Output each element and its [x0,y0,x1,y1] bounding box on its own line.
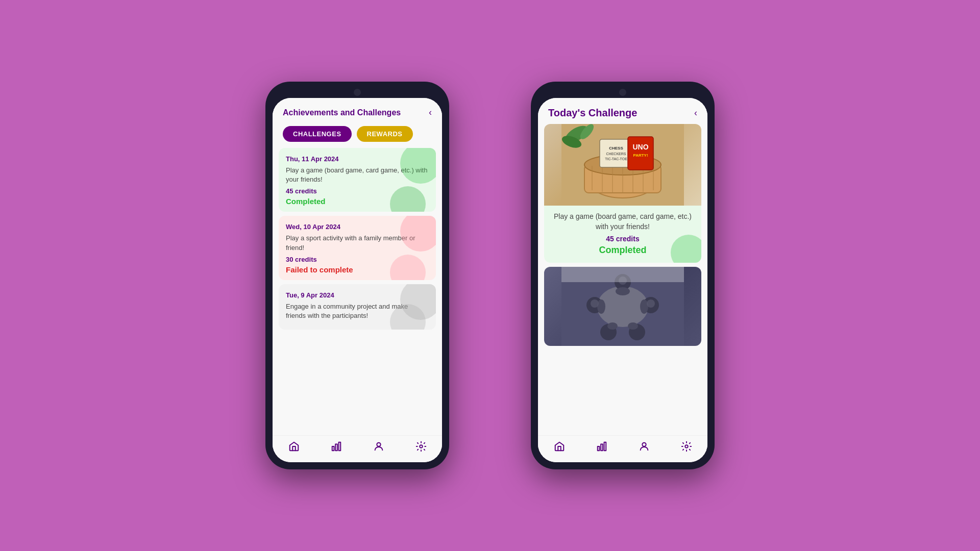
left-screen-inner: Achievements and Challenges ‹ CHALLENGES… [273,98,442,462]
svg-rect-2 [338,442,340,451]
svg-text:UNO: UNO [632,143,648,151]
boardgame-image: CHESS CHECKERS TIC-TAC-TOE UNO PARTY! [544,124,701,206]
svg-rect-1 [335,444,337,450]
nav-stats-right[interactable] [596,441,607,455]
svg-text:PARTY!: PARTY! [633,153,648,158]
detail-desc-1: Play a game (board game, card game, etc.… [552,212,693,232]
svg-point-37 [597,299,605,314]
svg-point-35 [607,322,618,330]
tab-challenges[interactable]: CHALLENGES [283,126,352,142]
right-header: Today's Challenge ‹ [538,98,707,124]
detail-credits-1: 45 credits [552,235,693,243]
svg-rect-43 [601,444,603,450]
svg-text:CHECKERS: CHECKERS [606,152,626,156]
challenge-card-2[interactable]: Wed, 10 Apr 2024 Play a sport activity w… [279,216,436,280]
challenge-card-3[interactable]: Tue, 9 Apr 2024 Engage in a community pr… [279,284,436,330]
phone-notch-right [538,89,707,96]
right-page-title: Today's Challenge [548,107,637,119]
svg-text:CHESS: CHESS [609,146,623,151]
svg-rect-41 [561,267,684,282]
camera-dot-right [619,89,626,96]
challenges-list: Thu, 11 Apr 2024 Play a game (board game… [273,148,442,435]
svg-point-33 [628,322,638,330]
group-image [544,267,701,346]
right-back-button[interactable]: ‹ [694,108,697,118]
svg-rect-44 [604,442,606,451]
right-screen-inner: Today's Challenge ‹ [538,98,707,462]
phone-notch-left [273,89,442,96]
svg-point-40 [591,299,599,308]
tab-rewards[interactable]: REWARDS [357,126,413,142]
camera-dot-left [354,89,361,96]
left-header: Achievements and Challenges ‹ [273,98,442,123]
nav-home-left[interactable] [288,441,300,455]
nav-stats-left[interactable] [331,441,342,455]
left-back-button[interactable]: ‹ [429,107,432,118]
nav-profile-right[interactable] [639,441,650,455]
left-phone: Achievements and Challenges ‹ CHALLENGES… [265,82,449,469]
left-bottom-nav [273,435,442,462]
detail-card-1[interactable]: CHESS CHECKERS TIC-TAC-TOE UNO PARTY! [544,124,701,263]
svg-point-29 [616,287,630,295]
right-phone: Today's Challenge ‹ [531,82,715,469]
nav-profile-left[interactable] [373,441,384,455]
svg-point-4 [420,445,423,448]
svg-rect-42 [597,446,599,450]
left-phone-screen: Achievements and Challenges ‹ CHALLENGES… [273,98,442,462]
svg-rect-0 [332,446,334,450]
svg-point-46 [685,445,688,448]
svg-point-39 [647,299,655,308]
detail-card-1-body: Play a game (board game, card game, etc.… [544,206,701,263]
left-tabs-row: CHALLENGES REWARDS [273,123,442,148]
nav-settings-left[interactable] [415,441,427,455]
nav-home-right[interactable] [554,441,565,455]
left-page-title: Achievements and Challenges [283,108,401,117]
svg-point-45 [642,443,646,446]
svg-point-31 [640,299,648,314]
detail-card-2[interactable] [544,267,701,346]
challenge-card-1[interactable]: Thu, 11 Apr 2024 Play a game (board game… [279,148,436,212]
nav-settings-right[interactable] [681,441,692,455]
right-bottom-nav [538,435,707,462]
right-phone-screen: Today's Challenge ‹ [538,98,707,462]
svg-text:TIC-TAC-TOE: TIC-TAC-TOE [605,157,627,161]
svg-point-3 [377,443,380,446]
